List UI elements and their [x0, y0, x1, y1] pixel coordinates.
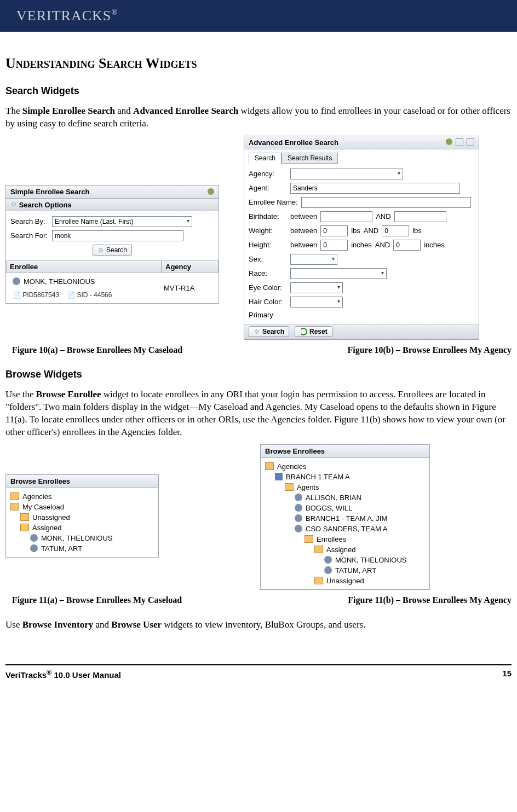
figure-caption-10a: Figure 10(a) – Browse Enrollees My Casel…: [12, 345, 182, 355]
tree-item[interactable]: Assigned: [265, 544, 425, 555]
page-number: 15: [502, 669, 512, 680]
tree-item[interactable]: CSO SANDERS, TEAM A: [265, 524, 425, 534]
figure-caption-11b: Figure 11(b) – Browse Enrollees My Agenc…: [348, 595, 512, 605]
browse-inventory-paragraph: Use Browse Inventory and Browse User wid…: [5, 619, 512, 631]
simple-widget-title: Simple Enrollee Search: [10, 188, 90, 196]
refresh-icon[interactable]: [446, 138, 452, 145]
folder-icon: [10, 503, 19, 511]
magnifier-icon: [254, 328, 260, 335]
simple-search-button[interactable]: Search: [93, 245, 132, 256]
tree-item[interactable]: BRANCH 1 TEAM A: [265, 472, 425, 482]
birthdate-from-input[interactable]: [320, 211, 372, 222]
folder-icon: [10, 492, 19, 500]
race-label: Race:: [249, 269, 287, 277]
brand-banner: VERITRACKS®: [0, 0, 517, 32]
advanced-reset-button[interactable]: Reset: [295, 326, 332, 337]
height-label: Height:: [249, 241, 287, 249]
person-icon: [295, 494, 302, 501]
brand-logo: VERITRACKS®: [16, 8, 118, 24]
tree-item[interactable]: Agencies: [10, 491, 154, 502]
search-widgets-paragraph: The Simple Enrollee Search and Advanced …: [5, 105, 512, 130]
agency-select[interactable]: [290, 169, 403, 179]
enrollee-name-input[interactable]: [301, 197, 471, 208]
browse-title: Browse Enrollees: [10, 477, 70, 485]
tree-item[interactable]: TATUM, ART: [10, 543, 154, 554]
magnifier-icon: [10, 201, 17, 207]
folder-icon: [20, 513, 29, 521]
tree-item[interactable]: Assigned: [10, 523, 154, 533]
tab-search[interactable]: Search: [249, 153, 282, 164]
agency-label: Agency:: [249, 170, 287, 178]
enrollee-name-label: Enrollee Name:: [249, 198, 298, 206]
tree-item[interactable]: BOGGS, WILL: [265, 503, 425, 513]
agent-label: Agent:: [249, 184, 287, 192]
tree-item[interactable]: MONK, THELONIOUS: [265, 555, 425, 565]
tree-item[interactable]: Enrollees: [265, 534, 425, 544]
figure-caption-11a: Figure 11(a) – Browse Enrollees My Casel…: [12, 595, 182, 605]
col-agency[interactable]: Agency: [162, 260, 219, 273]
folder-icon: [314, 577, 323, 584]
section-search-widgets: Search Widgets: [5, 85, 512, 97]
hair-color-select[interactable]: [290, 297, 343, 308]
search-by-label: Search By:: [10, 217, 49, 225]
col-enrollee[interactable]: Enrollee: [6, 260, 162, 273]
simple-enrollee-search-widget: Simple Enrollee Search Search Options Se…: [5, 185, 219, 304]
page-title: Understanding Search Widgets: [5, 55, 512, 72]
tree-item[interactable]: Unassigned: [10, 512, 154, 523]
advanced-search-button[interactable]: Search: [249, 326, 289, 337]
tree-item[interactable]: TATUM, ART: [265, 565, 425, 576]
folder-icon: [20, 524, 29, 531]
height-from-input[interactable]: [320, 240, 348, 251]
eye-color-select[interactable]: [290, 282, 343, 293]
tree-item[interactable]: Unassigned: [265, 576, 425, 586]
tree-item[interactable]: Agencies: [265, 461, 425, 472]
tree-item[interactable]: My Caseload: [10, 502, 154, 512]
tree-item[interactable]: ALLISON, BRIAN: [265, 492, 425, 503]
hair-color-label: Hair Color:: [249, 298, 287, 306]
agent-input[interactable]: [290, 183, 460, 194]
advanced-widget-title: Advanced Enrollee Search: [249, 138, 338, 147]
browse-enrollees-caseload-widget: Browse Enrollees Agencies My Caseload Un…: [5, 474, 159, 558]
browse-widgets-paragraph: Use the Browse Enrollee widget to locate…: [5, 388, 512, 439]
person-icon: [30, 544, 38, 552]
sex-select[interactable]: [290, 254, 337, 265]
person-icon: [324, 556, 332, 564]
weight-to-input[interactable]: [382, 225, 409, 236]
branch-icon: [275, 473, 283, 480]
weight-from-input[interactable]: [320, 225, 348, 236]
search-for-input[interactable]: [52, 230, 183, 241]
folder-icon: [314, 546, 323, 553]
reset-icon: [300, 328, 307, 335]
search-options-header[interactable]: Search Options: [6, 199, 219, 211]
maximize-icon[interactable]: [467, 138, 474, 146]
height-to-input[interactable]: [393, 240, 421, 251]
birthdate-to-input[interactable]: [394, 211, 446, 222]
figure-caption-10b: Figure 10(b) – Browse Enrollees My Agenc…: [347, 345, 512, 355]
refresh-icon[interactable]: [208, 188, 214, 195]
folder-icon: [285, 483, 294, 491]
tab-search-results[interactable]: Search Results: [282, 153, 338, 164]
search-by-select[interactable]: Enrollee Name (Last, First): [52, 216, 192, 227]
person-icon: [295, 514, 302, 522]
person-icon: [295, 504, 302, 512]
weight-label: Weight:: [249, 227, 287, 235]
browse-enrollees-agency-widget: Browse Enrollees Agencies BRANCH 1 TEAM …: [260, 444, 430, 590]
page-footer: VeriTracks® 10.0 User Manual 15: [5, 664, 512, 691]
magnifier-icon: [97, 247, 104, 253]
folder-icon: [265, 462, 274, 470]
person-icon: [295, 525, 302, 532]
table-row[interactable]: MONK, THELONIOUS 📄 PID5867543 📄 SID - 44…: [6, 273, 219, 303]
eye-color-label: Eye Color:: [249, 283, 287, 292]
primary-label: Primary: [249, 311, 287, 319]
tree-item[interactable]: BRANCH1 - TEAM A, JIM: [265, 513, 425, 524]
sex-label: Sex:: [249, 255, 287, 263]
tree-item[interactable]: Agents: [265, 482, 425, 492]
tree-item[interactable]: MONK, THELONIOUS: [10, 533, 154, 543]
advanced-enrollee-search-widget: Advanced Enrollee Search Search Search R…: [244, 136, 479, 340]
folder-icon: [305, 535, 313, 543]
minimize-icon[interactable]: [456, 138, 463, 146]
browse-title: Browse Enrollees: [265, 447, 325, 455]
section-browse-widgets: Browse Widgets: [5, 369, 512, 380]
person-icon: [324, 566, 332, 574]
race-select[interactable]: [290, 268, 387, 279]
